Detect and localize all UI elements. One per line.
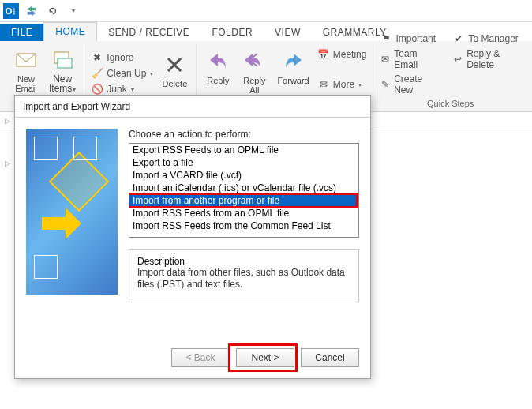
junk-icon: 🚫 (91, 83, 103, 96)
clean-up-button[interactable]: 🧹 Clean Up▾ (89, 66, 155, 81)
new-email-button[interactable]: New Email (9, 46, 43, 95)
meeting-icon: 📅 (317, 48, 330, 61)
new-items-icon (50, 47, 75, 73)
qs-to-manager[interactable]: ✔To Manager (451, 32, 523, 46)
app-icon: O⫶ (3, 3, 19, 19)
mail-icon (13, 47, 39, 73)
forward-button[interactable]: Forward (274, 47, 312, 87)
qat-sendreceive-icon[interactable] (24, 3, 39, 19)
action-listbox[interactable]: Export RSS Feeds to an OPML file Export … (129, 143, 359, 238)
reply-delete-icon: ↩ (452, 53, 463, 66)
titlebar: O⫶ ▾ (0, 0, 532, 22)
delete-icon (162, 52, 187, 77)
description-text: Import data from other files, such as Ou… (137, 267, 350, 291)
ignore-button[interactable]: ✖ Ignore (89, 51, 155, 65)
list-item[interactable]: Export RSS Feeds to an OPML file (129, 144, 358, 156)
next-button[interactable]: Next > (236, 348, 294, 367)
list-item[interactable]: Import RSS Feeds from an OPML file (129, 207, 358, 220)
qs-important[interactable]: ⚑Important (378, 32, 438, 46)
create-icon: ✎ (380, 78, 391, 91)
manager-icon: ✔ (452, 32, 465, 45)
quick-steps-label: Quick Steps (378, 96, 523, 108)
list-item[interactable]: Import an iCalendar (.ics) or vCalendar … (129, 182, 358, 194)
group-quick-steps: ⚑Important ✉Team Email ✎Create New ✔To M… (373, 44, 527, 108)
tab-folder[interactable]: FOLDER (200, 24, 264, 41)
undo-icon[interactable] (44, 3, 60, 19)
cancel-button[interactable]: Cancel (301, 348, 359, 367)
qs-reply-delete[interactable]: ↩Reply & Delete (451, 47, 523, 71)
reply-all-button[interactable]: Reply All (238, 47, 271, 96)
description-label: Description (137, 256, 185, 267)
list-item[interactable]: Import a VCARD file (.vcf) (129, 169, 358, 182)
forward-icon (281, 49, 306, 74)
reply-button[interactable]: Reply (201, 47, 234, 87)
qs-create-new[interactable]: ✎Create New (378, 73, 438, 96)
import-export-wizard-dialog: Import and Export Wizard Choose an actio… (14, 95, 371, 379)
list-item-selected[interactable]: Import from another program or file (129, 194, 358, 207)
qs-team-email[interactable]: ✉Team Email (378, 47, 438, 71)
ignore-icon: ✖ (91, 51, 103, 64)
team-icon: ✉ (380, 53, 391, 66)
delete-button[interactable]: Delete (158, 51, 191, 90)
more-icon: ✉ (317, 78, 330, 91)
list-item[interactable]: Import RSS Feeds from the Common Feed Li… (129, 220, 358, 232)
flag-icon: ⚑ (380, 32, 392, 45)
tab-view[interactable]: VIEW (264, 24, 312, 41)
wizard-prompt: Choose an action to perform: (129, 129, 359, 140)
description-box: Description Import data from other files… (129, 249, 359, 302)
list-item[interactable]: Export to a file (129, 156, 358, 169)
expand-tri-icon[interactable]: ▷ (5, 117, 10, 125)
tab-send-receive[interactable]: SEND / RECEIVE (97, 24, 200, 41)
meeting-button[interactable]: 📅 Meeting (316, 47, 369, 62)
expand-tri-icon-2[interactable]: ▷ (5, 159, 10, 167)
reply-all-icon (242, 49, 267, 74)
tab-file[interactable]: FILE (0, 24, 43, 41)
cleanup-icon: 🧹 (91, 67, 103, 80)
svg-rect-2 (58, 58, 72, 68)
wizard-artwork (26, 129, 118, 295)
qat-customize-icon[interactable]: ▾ (65, 3, 81, 19)
new-items-button[interactable]: New Items▾ (46, 46, 79, 96)
reply-icon (205, 49, 230, 74)
back-button: < Back (171, 348, 230, 367)
tab-home[interactable]: HOME (43, 22, 97, 41)
dialog-title: Import and Export Wizard (15, 96, 370, 118)
more-respond-button[interactable]: ✉ More▾ (316, 77, 369, 92)
